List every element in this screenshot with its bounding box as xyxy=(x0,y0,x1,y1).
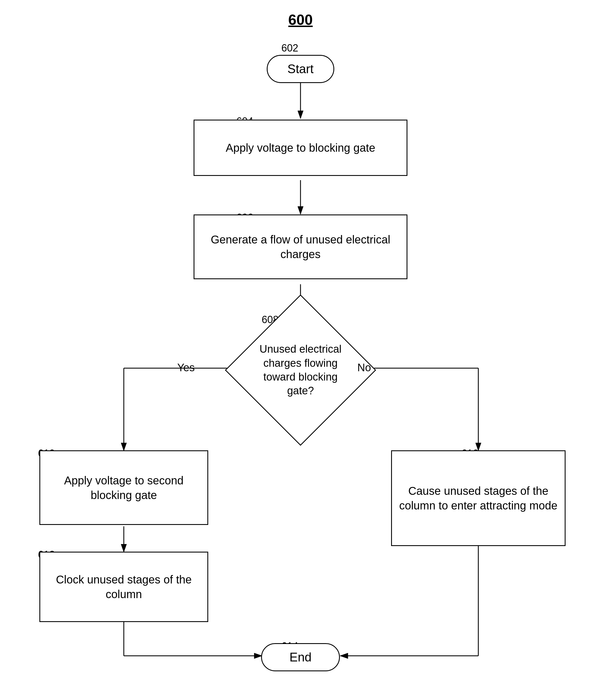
step-612: Clock unused stages of the column xyxy=(40,552,208,622)
diagram-title: 600 xyxy=(288,11,313,28)
flowchart-diagram: 600 602 Start 604 Apply voltage to block… xyxy=(0,0,601,700)
no-label: No xyxy=(357,362,371,374)
decision-608: Unused electrical charges flowing toward… xyxy=(244,314,357,426)
node-602-label: 602 xyxy=(281,42,298,54)
yes-label: Yes xyxy=(177,362,195,374)
decision-608-text: Unused electrical charges flowing toward… xyxy=(253,342,348,398)
end-node: End xyxy=(261,643,340,671)
start-node: Start xyxy=(267,55,334,83)
step-616: Cause unused stages of the column to ent… xyxy=(391,450,566,546)
step-610: Apply voltage to second blocking gate xyxy=(40,450,208,525)
step-606: Generate a flow of unused electrical cha… xyxy=(193,215,408,279)
step-604: Apply voltage to blocking gate xyxy=(193,120,408,176)
